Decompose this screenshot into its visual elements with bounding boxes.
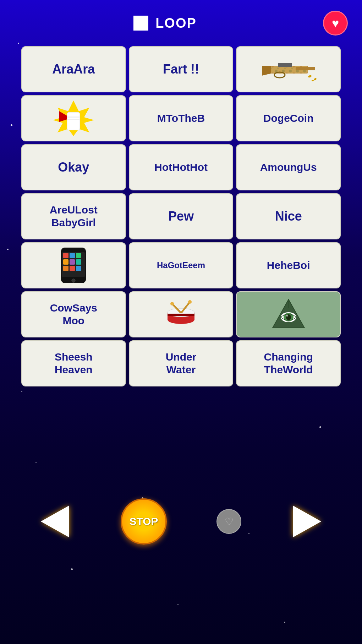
stop-label: STOP xyxy=(129,515,158,527)
svg-point-34 xyxy=(170,302,174,305)
cell-underwater-label: Under Water xyxy=(162,347,200,380)
fav-icon: ♡ xyxy=(225,516,234,527)
cell-sheesh[interactable]: Sheesh Heaven xyxy=(21,340,126,386)
loop-label: LOOP xyxy=(155,16,197,31)
svg-rect-4 xyxy=(278,63,292,67)
cell-sheesh-label: Sheesh Heaven xyxy=(51,347,96,380)
favorites-heart-button[interactable]: ♥ xyxy=(323,11,348,36)
cell-okay-label: Okay xyxy=(54,156,93,178)
loop-checkbox[interactable] xyxy=(133,16,148,31)
horn-icon xyxy=(52,99,95,138)
cell-fart[interactable]: Fart !! xyxy=(129,46,234,92)
cell-horn[interactable] xyxy=(21,95,126,141)
next-button[interactable] xyxy=(291,505,323,537)
cell-gun[interactable] xyxy=(236,46,341,92)
cell-phone[interactable] xyxy=(21,242,126,288)
playback-controls: STOP ♡ xyxy=(0,498,362,545)
cell-amoungus-label: AmoungUs xyxy=(257,157,320,177)
cell-hothothot[interactable]: HotHotHot xyxy=(129,144,234,190)
cell-araara[interactable]: AraAra xyxy=(21,46,126,92)
favorites-button[interactable]: ♡ xyxy=(216,509,241,534)
cell-fart-label: Fart !! xyxy=(159,58,203,80)
cell-okay[interactable]: Okay xyxy=(21,144,126,190)
svg-rect-23 xyxy=(76,259,81,265)
cell-dogecoin[interactable]: DogeCoin xyxy=(236,95,341,141)
svg-rect-13 xyxy=(67,112,80,130)
svg-rect-26 xyxy=(76,266,81,271)
gun-icon xyxy=(260,55,317,83)
cell-amoungus[interactable]: AmoungUs xyxy=(236,144,341,190)
cell-drum[interactable] xyxy=(129,291,234,337)
cell-araara-label: AraAra xyxy=(49,58,98,80)
svg-rect-22 xyxy=(70,259,75,265)
cell-nice-label: Nice xyxy=(272,205,306,227)
svg-point-5 xyxy=(308,75,312,78)
stop-button[interactable]: STOP xyxy=(121,498,167,545)
svg-point-7 xyxy=(311,80,314,82)
svg-point-27 xyxy=(72,279,75,282)
svg-rect-14 xyxy=(67,117,80,118)
cell-heheboi-label: HeheBoi xyxy=(263,255,314,275)
cell-underwater[interactable]: Under Water xyxy=(129,340,234,386)
cell-hagoteeem[interactable]: HaGotEeem xyxy=(129,242,234,288)
cell-areulost[interactable]: AreULost BabyGirl xyxy=(21,193,126,239)
svg-point-35 xyxy=(188,300,192,304)
cell-heheboi[interactable]: HeheBoi xyxy=(236,242,341,288)
header: LOOP ♥ xyxy=(0,0,362,43)
svg-rect-15 xyxy=(67,119,80,120)
cell-mtotheb-label: MToTheB xyxy=(154,108,208,128)
cell-hagoteeem-label: HaGotEeem xyxy=(153,257,209,274)
cell-pew-label: Pew xyxy=(165,205,197,227)
svg-point-40 xyxy=(286,315,288,316)
svg-rect-2 xyxy=(296,67,315,70)
svg-rect-18 xyxy=(63,253,68,258)
svg-rect-19 xyxy=(70,253,75,258)
next-icon xyxy=(293,505,321,537)
prev-button[interactable] xyxy=(39,505,71,537)
cell-mtotheb[interactable]: MToTheB xyxy=(129,95,234,141)
svg-rect-31 xyxy=(168,314,194,316)
svg-rect-24 xyxy=(63,266,68,271)
cell-cowsays-label: CowSays Moo xyxy=(46,298,101,331)
svg-rect-21 xyxy=(63,259,68,265)
cell-cowsays[interactable]: CowSays Moo xyxy=(21,291,126,337)
sound-grid: AraAra Fart !! xyxy=(0,46,362,386)
cell-changingtheworld[interactable]: Changing TheWorld xyxy=(236,340,341,386)
prev-icon xyxy=(41,505,69,537)
cell-hothothot-label: HotHotHot xyxy=(151,157,211,177)
cell-dogecoin-label: DogeCoin xyxy=(260,108,317,128)
cell-illuminati[interactable] xyxy=(236,291,341,337)
cell-changingtheworld-label: Changing TheWorld xyxy=(260,347,317,380)
svg-point-6 xyxy=(313,78,317,81)
cell-pew[interactable]: Pew xyxy=(129,193,234,239)
svg-rect-25 xyxy=(70,266,75,271)
illuminati-icon xyxy=(271,297,306,332)
cell-nice[interactable]: Nice xyxy=(236,193,341,239)
svg-rect-20 xyxy=(76,253,81,258)
cell-areulost-label: AreULost BabyGirl xyxy=(46,200,101,233)
drum-icon xyxy=(163,297,199,332)
phone-icon xyxy=(57,246,89,285)
